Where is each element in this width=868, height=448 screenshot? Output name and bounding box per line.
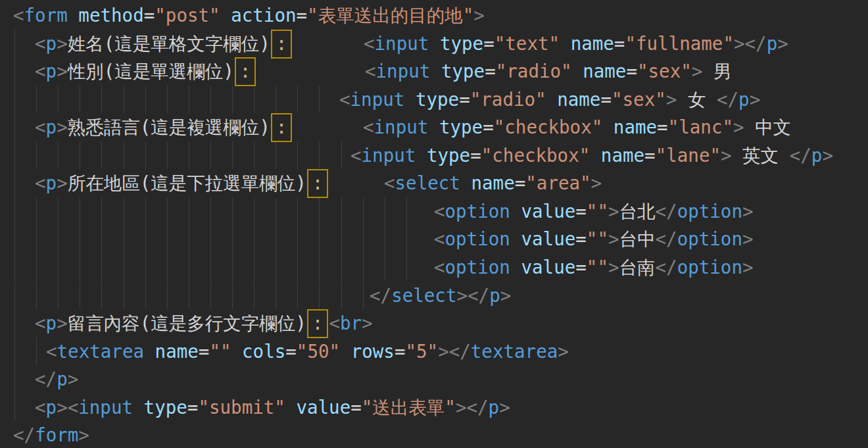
token-punctuation: > — [750, 89, 761, 110]
code-segment: <p>姓名(這是單格文字欄位): — [35, 30, 293, 58]
token-text — [340, 341, 351, 362]
code-segment: </p> — [35, 365, 78, 393]
code-line-3[interactable]: <p>性別(這是單選欄位):<input type="radio" name="… — [0, 57, 868, 86]
token-tag-name: select — [391, 285, 456, 306]
token-punctuation: < — [35, 33, 46, 54]
code-segment: <option value="">台中</option> — [434, 225, 754, 253]
token-punctuation: > — [456, 397, 467, 418]
token-text: = — [395, 341, 406, 362]
token-punctuation: > — [57, 172, 68, 193]
code-line-11[interactable]: </select></p> — [0, 282, 868, 310]
token-attribute-name: action — [231, 5, 296, 26]
token-text — [133, 397, 144, 418]
token-punctuation: </ — [745, 33, 767, 54]
token-tag-name: input — [374, 116, 429, 137]
code-line-2[interactable]: <p>姓名(這是單格文字欄位):<input type="text" name=… — [0, 30, 868, 58]
code-line-1[interactable]: <form method="post" action="表單送出的目的地"> — [0, 1, 868, 30]
token-punctuation: > — [57, 116, 68, 137]
unicode-highlight-box: : — [307, 169, 329, 198]
code-line-9[interactable]: <option value="">台中</option> — [0, 225, 868, 253]
token-punctuation: > — [57, 61, 68, 82]
token-punctuation: > — [733, 116, 744, 137]
token-text: = — [285, 341, 297, 362]
token-tag-name: br — [340, 312, 362, 334]
token-string: "" — [587, 201, 608, 222]
token-text: = — [600, 89, 612, 110]
code-line-5[interactable]: <p>熟悉語言(這是複選欄位):<input type="checkbox" n… — [0, 113, 868, 141]
token-punctuation: > — [57, 397, 68, 418]
token-punctuation: < — [363, 116, 374, 137]
token-attribute-name: type — [427, 145, 470, 166]
token-tag-name: input — [362, 145, 416, 166]
token-text: 台北 — [619, 201, 656, 222]
token-text: 男 — [702, 61, 731, 82]
token-string: "radio" — [470, 89, 546, 110]
token-text: 留言內容(這是多行文字欄位) — [68, 312, 306, 334]
code-segment: <textarea name="" cols="50" rows="5"></t… — [46, 337, 569, 366]
code-line-16[interactable]: </form> — [0, 421, 868, 448]
code-line-14[interactable]: </p> — [0, 365, 868, 393]
code-line-10[interactable]: <option value="">台南</option> — [0, 253, 868, 282]
unicode-highlight-box: : — [271, 30, 293, 59]
token-tag-name: option — [445, 201, 510, 222]
code-line-15[interactable]: <p><input type="submit" value="送出表單"></p… — [0, 393, 868, 422]
token-text — [602, 116, 614, 137]
token-text: = — [483, 33, 494, 54]
token-punctuation: </ — [468, 285, 489, 306]
token-punctuation: </ — [449, 341, 471, 362]
code-line-8[interactable]: <option value="">台北</option> — [0, 197, 868, 226]
unicode-highlight-box: : — [307, 309, 329, 338]
token-text — [416, 145, 427, 166]
code-segment: <form method="post" action="表單送出的目的地"> — [13, 1, 485, 30]
token-text: 台南 — [619, 257, 656, 278]
token-tag-name: p — [46, 116, 57, 137]
token-punctuation: > — [608, 228, 619, 249]
token-text — [285, 397, 297, 418]
code-line-7[interactable]: <p>所在地區(這是下拉選單欄位):<select name="area"> — [0, 169, 868, 197]
token-text: = — [515, 172, 526, 193]
token-text: = — [199, 341, 210, 362]
token-text — [428, 116, 439, 137]
code-line-12[interactable]: <p>留言內容(這是多行文字欄位):<br> — [0, 309, 868, 337]
token-tag-name: p — [46, 397, 57, 418]
code-line-6[interactable]: <input type="checkbox" name="lane"> 英文 <… — [0, 141, 868, 170]
token-string: "post" — [155, 5, 220, 26]
token-string: "" — [209, 341, 231, 362]
token-punctuation: > — [777, 33, 788, 54]
token-punctuation: > — [57, 33, 68, 54]
code-line-13[interactable]: <textarea name="" cols="50" rows="5"></t… — [0, 337, 868, 366]
token-punctuation: > — [742, 257, 754, 278]
code-editor[interactable]: <form method="post" action="表單送出的目的地"><p… — [0, 0, 868, 448]
code-segment: <p>所在地區(這是下拉選單欄位): — [35, 169, 329, 197]
token-tag-name: select — [395, 172, 460, 193]
code-segment: <input type="checkbox" name="lane"> 英文 <… — [350, 141, 833, 170]
token-punctuation: < — [35, 397, 46, 418]
token-text: 性別(這是單選欄位) — [68, 61, 234, 82]
token-text: 熟悉語言(這是複選欄位) — [68, 116, 270, 137]
token-text: = — [459, 89, 470, 110]
token-string: "checkbox" — [481, 145, 591, 166]
token-punctuation: < — [434, 228, 445, 249]
token-string: "lanc" — [668, 116, 733, 137]
token-attribute-name: value — [521, 257, 575, 278]
token-text: = — [575, 228, 587, 249]
token-text: = — [575, 257, 587, 278]
token-attribute-name: type — [441, 61, 485, 82]
token-punctuation: > — [362, 312, 373, 334]
token-tag-name: p — [46, 61, 57, 82]
token-text — [220, 5, 231, 26]
token-text — [590, 145, 601, 166]
token-tag-name: option — [677, 257, 742, 278]
token-attribute-name: name — [571, 33, 614, 54]
code-line-4[interactable]: <input type="radio" name="sex"> 女 </p> — [0, 86, 868, 114]
token-punctuation: > — [692, 61, 703, 82]
unicode-highlight-box: : — [235, 57, 256, 86]
token-text: = — [470, 145, 481, 166]
token-tag-name: input — [350, 89, 405, 110]
token-attribute-name: type — [439, 116, 483, 137]
token-text: = — [483, 116, 494, 137]
token-tag-name: p — [46, 312, 57, 334]
token-string: "50" — [297, 341, 340, 362]
token-punctuation: > — [78, 424, 89, 445]
token-tag-name: form — [24, 5, 68, 26]
